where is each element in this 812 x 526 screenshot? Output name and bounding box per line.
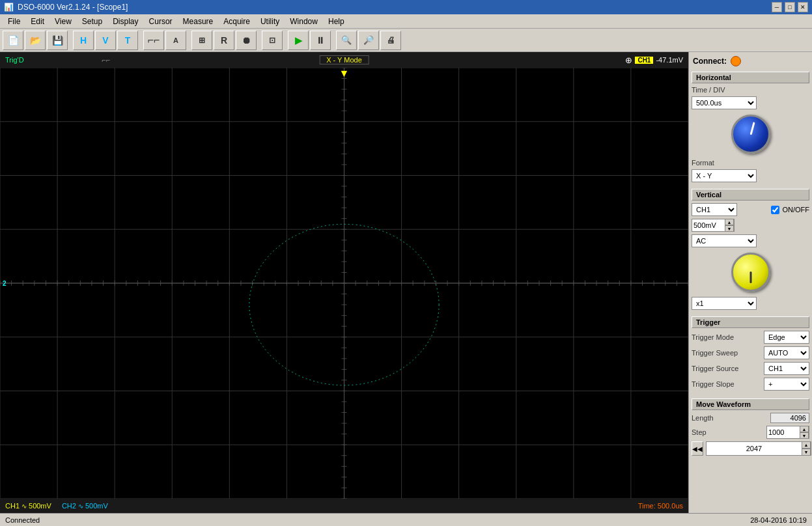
zoom-out-button[interactable]: 🔎 — [358, 31, 379, 50]
prev-page-button[interactable]: ◀◀ — [692, 441, 703, 456]
pagination-row: ◀◀ ▲ ▼ ▶▶ — [692, 441, 809, 456]
zoom-in-button[interactable]: 🔍 — [336, 31, 357, 50]
onoff-row: ON/OFF — [771, 206, 809, 214]
menu-measure[interactable]: Measure — [178, 16, 219, 27]
volt-div-spinner: ▲ ▼ — [692, 219, 735, 232]
trigger-marker: ▼ — [339, 68, 350, 79]
run-button[interactable]: ▶ — [288, 31, 309, 50]
volt-div-down[interactable]: ▼ — [725, 225, 734, 232]
format-label: Format — [692, 159, 714, 167]
app-icon: 📊 — [4, 3, 14, 12]
status-left: Connected — [5, 516, 40, 524]
open-button[interactable]: 📂 — [25, 31, 46, 50]
menu-display[interactable]: Display — [107, 16, 143, 27]
statusbar: Connected 28-04-2016 10:19 — [0, 513, 812, 526]
volt-div-spinbtns: ▲ ▼ — [725, 219, 734, 232]
time-div-knob[interactable] — [731, 115, 770, 154]
trigger-source-row: Trigger Source CH1 CH2 EXT — [692, 362, 809, 375]
trigger-slope-row: Trigger Slope + - — [692, 378, 809, 391]
titlebar-controls[interactable]: ─ □ ✕ — [772, 2, 808, 12]
maximize-button[interactable]: □ — [785, 2, 795, 12]
length-row: Length 4096 — [692, 413, 809, 423]
menu-help[interactable]: Help — [323, 16, 350, 27]
record-button[interactable]: ⏺ — [236, 31, 257, 50]
menu-file[interactable]: File — [3, 16, 25, 27]
trigger-mode-label: Trigger Mode — [692, 333, 734, 341]
trig-mode-button[interactable]: ⌐⌐ — [143, 31, 164, 50]
time-div-row: Time / DIV — [692, 86, 809, 94]
page-number-input[interactable] — [707, 442, 802, 455]
trigger-sweep-label: Trigger Sweep — [692, 349, 738, 357]
new-button[interactable]: 📄 — [3, 31, 23, 50]
time-div-select[interactable]: 500.0us 1ms 2ms — [692, 96, 757, 109]
ref-button[interactable]: R — [214, 31, 234, 50]
vertical-section-header: Vertical — [692, 189, 809, 201]
menu-edit[interactable]: Edit — [25, 16, 49, 27]
vertical-knob[interactable] — [731, 253, 770, 292]
close-button[interactable]: ✕ — [798, 2, 808, 12]
page-up[interactable]: ▲ — [802, 441, 811, 449]
ch1-bottom-label: CH1 ∿ 500mV — [5, 502, 51, 510]
titlebar-left: 📊 DSO-6000 Ver2.1.24 - [Scope1] — [4, 3, 128, 12]
length-value: 4096 — [770, 413, 809, 423]
trigger-slope-select[interactable]: + - — [764, 378, 809, 391]
probe-row: x1 x10 x100 — [692, 297, 809, 310]
ch1-readout: ⊕ CH1 -47.1mV — [625, 55, 683, 65]
save-button[interactable]: 💾 — [47, 31, 68, 50]
ch1-t-button[interactable]: T — [117, 31, 138, 50]
volt-div-up[interactable]: ▲ — [725, 219, 734, 225]
menu-acquire[interactable]: Acquire — [218, 16, 255, 27]
time-div-label: Time / DIV — [692, 86, 725, 94]
ch1-scale: 500mV — [29, 502, 51, 510]
step-up[interactable]: ▲ — [800, 426, 809, 432]
autofit-button[interactable]: ⊡ — [262, 31, 283, 50]
page-spinbtns: ▲ ▼ — [802, 441, 811, 456]
xy-mode-label: X - Y Mode — [319, 55, 369, 64]
trigger-section-header: Trigger — [692, 316, 809, 328]
step-down[interactable]: ▼ — [800, 432, 809, 439]
trigger-source-select[interactable]: CH1 CH2 EXT — [764, 362, 809, 375]
auto-setup-button[interactable]: A — [165, 31, 186, 50]
print-button[interactable]: 🖨 — [380, 31, 401, 50]
ch2-tilde: ∿ — [78, 503, 83, 510]
connect-label: Connect: — [693, 57, 727, 66]
vertical-channel-row: CH1 CH2 ON/OFF — [692, 203, 809, 216]
channel-select[interactable]: CH1 CH2 — [692, 203, 737, 216]
pause-button[interactable]: ⏸ — [310, 31, 331, 50]
menu-view[interactable]: View — [49, 16, 77, 27]
onoff-checkbox[interactable] — [771, 206, 779, 214]
format-row: Format — [692, 159, 809, 167]
coupling-select[interactable]: AC DC GND — [692, 234, 757, 247]
step-input[interactable] — [767, 426, 800, 438]
trigger-sweep-select[interactable]: AUTO NORMAL SINGLE — [764, 346, 809, 359]
scope-canvas[interactable] — [0, 68, 688, 499]
format-select-row: Y - T X - Y Roll — [692, 169, 809, 182]
page-down[interactable]: ▼ — [802, 449, 811, 456]
minimize-button[interactable]: ─ — [772, 2, 782, 12]
menu-utility[interactable]: Utility — [255, 16, 285, 27]
length-label: Length — [692, 414, 714, 422]
ch1-badge: CH1 — [635, 57, 653, 64]
probe-select[interactable]: x1 x10 x100 — [692, 297, 757, 310]
ch1-voltage: -47.1mV — [656, 56, 683, 64]
titlebar-title: DSO-6000 Ver2.1.24 - [Scope1] — [18, 3, 128, 12]
status-right: 28-04-2016 10:19 — [750, 516, 807, 524]
menu-setup[interactable]: Setup — [77, 16, 107, 27]
math-button[interactable]: ⊞ — [191, 31, 212, 50]
volt-div-input[interactable] — [692, 219, 725, 231]
scope-canvas-wrapper: ▼ 2 — [0, 68, 688, 499]
ch1-name: CH1 — [5, 502, 20, 510]
trigger-mode-select[interactable]: Edge Pulse Slope Video — [764, 331, 809, 344]
connect-indicator — [731, 56, 741, 66]
menu-cursor[interactable]: Cursor — [144, 16, 178, 27]
menu-window[interactable]: Window — [285, 16, 323, 27]
right-panel: Connect: Horizontal Time / DIV 500.0us 1… — [688, 52, 812, 513]
main-content: Trig'D ⌐⌐ X - Y Mode ⊕ CH1 -47.1mV ▼ 2 C… — [0, 52, 812, 513]
time-readout: Time: 500.0us — [638, 502, 683, 510]
ch1-v-button[interactable]: V — [95, 31, 116, 50]
ch1-h-button[interactable]: H — [73, 31, 94, 50]
toolbar: 📄 📂 💾 H V T ⌐⌐ A ⊞ R ⏺ ⊡ ▶ ⏸ 🔍 🔎 🖨 — [0, 29, 812, 52]
move-waveform-section: Move Waveform Length 4096 Step ▲ ▼ ◀◀ — [692, 398, 809, 456]
format-select[interactable]: Y - T X - Y Roll — [692, 169, 757, 182]
ch2-name: CH2 — [62, 502, 76, 510]
